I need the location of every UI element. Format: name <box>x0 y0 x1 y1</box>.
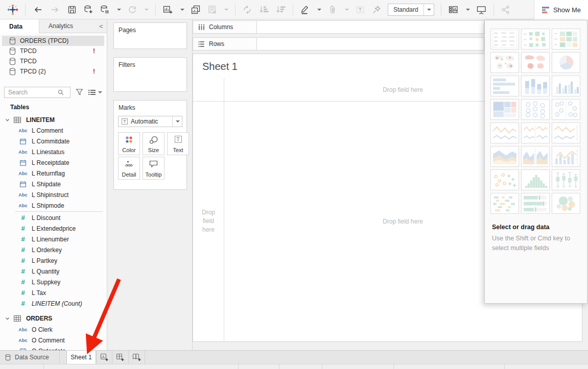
field-row[interactable]: #L Partkey <box>0 255 107 266</box>
presentation-mode-button[interactable] <box>473 2 490 17</box>
run-auto-updates-caret[interactable] <box>140 2 152 17</box>
showme-thumb-filled-map[interactable] <box>521 52 550 73</box>
size-button[interactable]: Size <box>143 132 164 155</box>
new-data-source-button[interactable] <box>80 2 97 17</box>
clear-sheet-button[interactable] <box>204 2 220 17</box>
showme-thumb-continuous-lines[interactable] <box>490 122 519 143</box>
rows-shelf[interactable]: Rows <box>193 37 484 51</box>
columns-shelf[interactable]: Columns <box>193 20 484 34</box>
field-row[interactable]: L Receiptdate <box>0 157 107 168</box>
showme-thumb-pie-chart[interactable] <box>552 52 580 73</box>
field-row[interactable]: #L Discount <box>0 212 107 223</box>
mark-type-caret[interactable] <box>172 116 182 127</box>
share-workbook-button[interactable] <box>498 2 514 17</box>
showme-thumb-bullet-graph[interactable] <box>521 193 550 214</box>
filter-fields-button[interactable] <box>76 89 83 95</box>
data-source-item[interactable]: TPCD <box>2 56 104 66</box>
redo-button[interactable] <box>46 2 64 17</box>
new-dashboard-tab-button[interactable] <box>112 351 129 364</box>
undo-button[interactable] <box>29 2 46 17</box>
sort-ascending-button[interactable] <box>255 2 272 17</box>
swap-rows-columns-button[interactable] <box>239 2 255 17</box>
new-story-tab-button[interactable] <box>129 351 145 364</box>
table-orders[interactable]: ORDERS <box>0 313 107 324</box>
tab-analytics[interactable]: Analytics <box>39 19 96 33</box>
new-worksheet-caret[interactable] <box>176 2 187 17</box>
field-row[interactable]: #L Linenumber <box>0 234 107 244</box>
pause-auto-updates-button[interactable] <box>97 2 113 17</box>
data-source-item[interactable]: TPCD (2) ! <box>2 66 104 77</box>
show-hide-cards-button[interactable] <box>445 2 462 17</box>
text-button[interactable]: T Text <box>167 132 189 155</box>
showme-thumb-heat-map[interactable] <box>521 29 550 50</box>
showme-thumb-discrete-lines[interactable] <box>521 122 550 143</box>
fit-selector[interactable]: Standard <box>388 4 434 16</box>
pause-auto-updates-caret[interactable] <box>113 2 124 17</box>
showme-thumb-scatter-plot[interactable] <box>490 169 519 190</box>
clear-sheet-caret[interactable] <box>220 2 231 17</box>
mark-type-dropdown[interactable]: T Automatic <box>118 116 182 127</box>
pages-card[interactable]: Pages <box>113 22 187 49</box>
showme-thumb-gantt[interactable] <box>490 193 519 214</box>
showme-thumb-text-table[interactable] <box>490 29 519 50</box>
group-members-caret[interactable] <box>341 2 352 17</box>
new-worksheet-tab-button[interactable] <box>96 351 112 364</box>
new-worksheet-button[interactable] <box>159 2 176 17</box>
run-auto-updates-button[interactable] <box>124 2 140 17</box>
collapse-pane-button[interactable]: < <box>96 19 107 33</box>
show-me-button[interactable]: Show Me <box>534 0 588 19</box>
show-hide-cards-caret[interactable] <box>462 2 473 17</box>
showme-thumb-continuous-area[interactable] <box>490 146 519 167</box>
highlight-button[interactable] <box>297 2 313 17</box>
field-row[interactable]: #L Quantity <box>0 266 107 277</box>
fit-selector-caret[interactable] <box>424 4 434 15</box>
group-members-button[interactable] <box>324 2 341 17</box>
showme-thumb-highlight-table[interactable] <box>552 29 580 50</box>
showme-thumb-horizontal-bars[interactable] <box>490 76 519 96</box>
tooltip-button[interactable]: Tooltip <box>143 157 164 180</box>
tab-data[interactable]: Data <box>0 19 39 33</box>
showme-thumb-packed-bubbles[interactable] <box>552 193 580 214</box>
showme-thumb-dual-combination[interactable] <box>552 146 580 167</box>
data-source-tab[interactable]: Data Source <box>0 351 60 364</box>
field-row[interactable]: #L Suppkey <box>0 277 107 287</box>
field-row[interactable]: #L Tax <box>0 287 107 298</box>
field-row[interactable]: L Commitdate <box>0 136 107 146</box>
field-row[interactable]: AbcO Comment <box>0 335 107 346</box>
field-row[interactable]: AbcL Comment <box>0 125 107 136</box>
highlight-caret[interactable] <box>313 2 324 17</box>
showme-thumb-discrete-area[interactable] <box>521 146 550 167</box>
field-row[interactable]: AbcL Shipinstruct <box>0 189 107 200</box>
save-button[interactable] <box>64 2 80 17</box>
field-row[interactable]: #L Orderkey <box>0 244 107 255</box>
field-row[interactable]: O Orderdate <box>0 346 107 350</box>
fix-axes-pin-button[interactable] <box>368 2 385 17</box>
field-row[interactable]: #L Extendedprice <box>0 223 107 234</box>
sheet1-tab[interactable]: Sheet 1 <box>66 351 96 364</box>
chevron-down-icon[interactable] <box>5 317 10 321</box>
field-row[interactable]: AbcL Shipmode <box>0 200 107 211</box>
detail-button[interactable]: Detail <box>118 157 140 180</box>
field-row[interactable]: AbcO Clerk <box>0 324 107 335</box>
showme-thumb-treemap[interactable] <box>490 99 519 120</box>
tableau-logo-icon[interactable] <box>4 2 21 17</box>
data-source-item[interactable]: ORDERS (TPCD) <box>2 36 104 46</box>
field-row[interactable]: L Shipdate <box>0 179 107 189</box>
chevron-down-icon[interactable] <box>5 118 10 122</box>
data-source-item[interactable]: TPCD ! <box>2 46 104 56</box>
showme-thumb-dual-lines[interactable] <box>552 122 580 143</box>
view-options-button[interactable] <box>88 89 102 95</box>
search-input[interactable] <box>5 89 58 96</box>
filters-card[interactable]: Filters <box>113 57 187 92</box>
show-mark-labels-button[interactable] <box>352 2 368 17</box>
color-button[interactable]: Color <box>118 132 140 155</box>
showme-thumb-side-by-side-bars[interactable] <box>552 76 580 96</box>
search-field[interactable] <box>4 87 70 98</box>
showme-thumb-box-and-whisker[interactable] <box>552 169 580 190</box>
drop-zone-rows[interactable]: Drop field here <box>193 101 224 341</box>
showme-thumb-stacked-bars[interactable] <box>521 76 550 96</box>
showme-thumb-histogram[interactable] <box>521 169 550 190</box>
showme-thumb-symbol-map[interactable] <box>490 52 519 73</box>
duplicate-sheet-button[interactable] <box>187 2 204 17</box>
field-row[interactable]: #LINEITEM (Count) <box>0 298 107 309</box>
